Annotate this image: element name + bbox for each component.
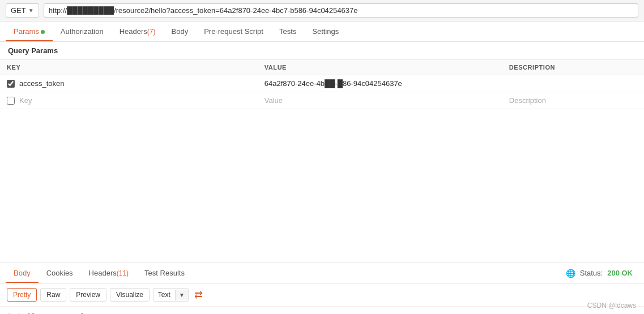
- globe-icon: 🌐: [566, 269, 575, 278]
- status-info: 🌐 Status: 200 OK: [566, 269, 638, 278]
- format-btn-raw[interactable]: Raw: [40, 288, 66, 302]
- tab-settings[interactable]: Settings: [304, 21, 347, 41]
- response-tabs-bar: Body Cookies Headers(11) Test Results 🌐 …: [0, 263, 644, 283]
- wrap-icon[interactable]: ⇄: [194, 289, 203, 301]
- format-dropdown-arrow: ▼: [175, 290, 188, 300]
- response-tab-body[interactable]: Body: [6, 263, 39, 283]
- query-params-label: Query Params: [0, 42, 644, 60]
- tab-params[interactable]: Params: [6, 21, 53, 41]
- tab-pre-request[interactable]: Pre-request Script: [196, 21, 271, 41]
- key-placeholder: Key: [19, 96, 32, 105]
- col-header-value: VALUE: [258, 60, 502, 75]
- col-header-description: DESCRIPTION: [502, 60, 644, 75]
- key-cell-empty[interactable]: Key: [0, 92, 258, 109]
- format-type-dropdown[interactable]: Text ▼: [153, 288, 189, 302]
- format-btn-visualize[interactable]: Visualize: [110, 288, 150, 302]
- table-row: access_token 64a2f870-24ee-4b██-█86-94c0…: [0, 75, 644, 92]
- status-label: Status:: [580, 269, 603, 277]
- method-arrow: ▼: [28, 7, 34, 14]
- response-code-area: 1hello resource2: [0, 307, 644, 314]
- value-text: 64a2f870-24ee-4b██-█86-94c04254637e: [265, 79, 402, 88]
- desc-cell-empty[interactable]: Description: [502, 92, 644, 109]
- branding: CSDN @ldcaws: [587, 302, 636, 309]
- params-table: KEY VALUE DESCRIPTION access_token: [0, 60, 644, 109]
- url-bar: GET ▼: [0, 0, 644, 21]
- format-bar: Pretty Raw Preview Visualize Text ▼ ⇄: [0, 283, 644, 307]
- desc-placeholder: Description: [509, 96, 546, 105]
- format-btn-preview[interactable]: Preview: [70, 288, 106, 302]
- value-placeholder: Value: [265, 96, 283, 105]
- format-btn-pretty[interactable]: Pretty: [7, 288, 37, 302]
- tab-headers[interactable]: Headers(7): [112, 21, 164, 41]
- response-tab-headers[interactable]: Headers(11): [81, 263, 137, 283]
- request-panel: Query Params KEY VALUE DESCRIPTION: [0, 42, 644, 263]
- format-dropdown-label: Text: [153, 289, 175, 301]
- method-select[interactable]: GET ▼: [6, 3, 39, 18]
- response-tab-test-results[interactable]: Test Results: [137, 263, 193, 283]
- key-value: access_token: [19, 79, 65, 88]
- url-input[interactable]: [44, 3, 638, 18]
- col-header-key: KEY: [0, 60, 258, 75]
- params-dot: [41, 30, 45, 34]
- response-section: Body Cookies Headers(11) Test Results 🌐 …: [0, 263, 644, 314]
- row-checkbox[interactable]: [7, 80, 15, 88]
- response-tab-cookies[interactable]: Cookies: [39, 263, 81, 283]
- key-cell: access_token: [0, 75, 258, 92]
- table-row-empty: Key Value Description: [0, 92, 644, 109]
- value-cell-empty[interactable]: Value: [258, 92, 502, 109]
- value-cell: 64a2f870-24ee-4b██-█86-94c04254637e: [258, 75, 502, 92]
- status-value: 200 OK: [607, 269, 633, 277]
- description-cell: [502, 75, 644, 92]
- method-label: GET: [11, 6, 26, 15]
- tab-authorization[interactable]: Authorization: [53, 21, 112, 41]
- empty-row-checkbox[interactable]: [7, 97, 15, 105]
- tab-tests[interactable]: Tests: [271, 21, 304, 41]
- request-tabs-bar: Params Authorization Headers(7) Body Pre…: [0, 21, 644, 42]
- tab-body[interactable]: Body: [164, 21, 197, 41]
